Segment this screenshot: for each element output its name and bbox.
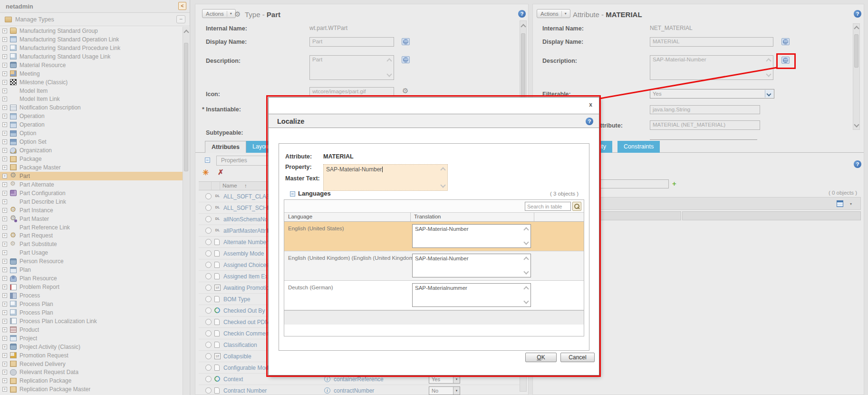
type-actions-button[interactable]: Actions ▾ bbox=[202, 9, 236, 18]
expand-icon[interactable]: + bbox=[2, 37, 7, 42]
help-icon[interactable]: ? bbox=[854, 10, 861, 18]
localize-description-icon[interactable] bbox=[781, 57, 790, 64]
collapse-section-icon[interactable]: − bbox=[290, 191, 295, 197]
expand-icon[interactable]: + bbox=[2, 327, 7, 332]
scroll-up-icon[interactable] bbox=[523, 227, 529, 232]
scrollbar-thumb[interactable] bbox=[854, 34, 858, 68]
sidebar-item-process[interactable]: +Process bbox=[0, 291, 183, 300]
sidebar-item-manufacturing-standard-operation-link[interactable]: +Manufacturing Standard Operation Link bbox=[0, 35, 183, 44]
expand-icon[interactable]: + bbox=[2, 293, 7, 298]
sidebar-item-part-master[interactable]: +Part Master bbox=[0, 215, 183, 223]
expand-icon[interactable]: + bbox=[2, 122, 7, 127]
attribute-name-link[interactable]: Alternate Number bbox=[223, 239, 268, 246]
expand-icon[interactable]: + bbox=[2, 191, 7, 196]
help-icon[interactable]: ? bbox=[518, 10, 526, 18]
table-row[interactable]: Contract NumbericontractNumberNo▾ bbox=[199, 385, 525, 395]
scroll-up-icon[interactable] bbox=[183, 30, 189, 35]
help-icon[interactable]: ? bbox=[854, 160, 861, 168]
sidebar-item-operation[interactable]: +Operation bbox=[0, 120, 183, 129]
expand-icon[interactable]: + bbox=[2, 182, 7, 187]
search-input[interactable] bbox=[525, 202, 571, 211]
sidebar-item-replication-package-master[interactable]: +Replication Package Master bbox=[0, 385, 183, 394]
sidebar-item-model-item-link[interactable]: +Model Item Link bbox=[0, 95, 183, 104]
tab-attributes[interactable]: Attributes bbox=[205, 141, 246, 153]
collapse-section-icon[interactable]: − bbox=[205, 158, 210, 163]
expand-icon[interactable]: + bbox=[2, 63, 7, 68]
attribute-name-link[interactable]: Classification bbox=[223, 342, 257, 348]
attribute-name-link[interactable]: Checkin Comment bbox=[223, 330, 270, 337]
radio-button[interactable] bbox=[205, 376, 212, 382]
attribute-internal-name-link[interactable]: containerReference bbox=[334, 376, 384, 383]
sort-ascending-icon[interactable]: ↑ bbox=[244, 183, 247, 188]
sidebar-item-option-set[interactable]: +Option Set bbox=[0, 138, 183, 146]
scroll-up-icon[interactable] bbox=[766, 58, 771, 63]
expand-icon[interactable]: + bbox=[2, 250, 7, 255]
expand-icon[interactable]: + bbox=[2, 217, 7, 221]
expand-icon[interactable]: + bbox=[2, 165, 7, 170]
sidebar-item-part-usage[interactable]: +Part Usage bbox=[0, 248, 183, 257]
display-name-field[interactable]: Part bbox=[309, 37, 394, 47]
scroll-down-icon[interactable] bbox=[854, 122, 859, 127]
sidebar-item-part-request[interactable]: +Part Request bbox=[0, 232, 183, 240]
new-attribute-icon[interactable]: ✳ bbox=[203, 168, 209, 177]
expand-icon[interactable]: + bbox=[2, 242, 7, 247]
scrollbar-thumb[interactable] bbox=[184, 43, 188, 171]
sidebar-item-milestone-classic-[interactable]: +Milestone (Classic) bbox=[0, 78, 183, 87]
expand-icon[interactable]: + bbox=[2, 157, 7, 161]
attribute-internal-name-link[interactable]: contractNumber bbox=[334, 387, 374, 394]
translation-field[interactable]: SAP-Material-Number bbox=[412, 224, 531, 248]
localize-icon[interactable] bbox=[781, 38, 790, 45]
scroll-down-icon[interactable] bbox=[523, 239, 529, 245]
name-column-header[interactable]: Name bbox=[222, 183, 237, 188]
sidebar-item-meeting[interactable]: +Meeting bbox=[0, 69, 183, 78]
expand-icon[interactable]: + bbox=[2, 80, 7, 85]
language-row[interactable]: English (United Kingdom) (English (Unite… bbox=[284, 251, 584, 281]
sidebar-item-option[interactable]: +Option bbox=[0, 129, 183, 138]
attribute-name-link[interactable]: Assigned Item Exp bbox=[223, 273, 271, 280]
value-select[interactable]: Yes▾ bbox=[429, 375, 460, 384]
sidebar-item-manufacturing-standard-usage-link[interactable]: +Manufacturing Standard Usage Link bbox=[0, 52, 183, 61]
expand-icon[interactable]: + bbox=[2, 353, 7, 358]
sidebar-item-part-describe-link[interactable]: +Part Describe Link bbox=[0, 198, 183, 206]
table-view-icon[interactable] bbox=[837, 200, 843, 207]
attribute-name-link[interactable]: Configurable Mod bbox=[223, 365, 269, 371]
reusable-attribute-field[interactable]: MATERIAL (NET_MATERIAL) bbox=[650, 120, 760, 130]
help-icon[interactable]: ? bbox=[586, 118, 593, 125]
expand-icon[interactable]: + bbox=[2, 319, 7, 324]
attribute-actions-button[interactable]: Actions ▾ bbox=[537, 9, 570, 18]
expand-icon[interactable]: + bbox=[2, 105, 7, 110]
filterable-select[interactable]: Yes bbox=[650, 89, 774, 99]
expand-icon[interactable]: + bbox=[2, 208, 7, 213]
radio-button[interactable] bbox=[205, 262, 212, 268]
radio-button[interactable] bbox=[205, 342, 212, 348]
language-row[interactable]: Deutsch (German)SAP-Materialnummer bbox=[284, 281, 584, 310]
attribute-name-link[interactable]: Contract Number bbox=[223, 387, 267, 394]
attribute-name-link[interactable]: Collapsible bbox=[223, 353, 251, 360]
localize-icon[interactable] bbox=[402, 56, 410, 63]
add-icon[interactable]: + bbox=[672, 179, 676, 188]
sidebar-item-material-resource[interactable]: +Material Resource bbox=[0, 61, 183, 69]
radio-button[interactable] bbox=[205, 250, 212, 257]
radio-button[interactable] bbox=[205, 296, 212, 302]
expand-icon[interactable]: + bbox=[2, 114, 7, 118]
expand-icon[interactable]: + bbox=[2, 174, 7, 178]
gear-icon[interactable]: ⚙ bbox=[402, 87, 408, 95]
scroll-down-icon[interactable] bbox=[523, 298, 529, 304]
sidebar-item-promotion-request[interactable]: +Promotion Request bbox=[0, 351, 183, 360]
scroll-up-icon[interactable] bbox=[523, 286, 529, 291]
sidebar-item-project-activity-classic-[interactable]: +Project Activity (Classic) bbox=[0, 343, 183, 351]
scroll-down-icon[interactable] bbox=[766, 71, 771, 77]
sidebar-item-part[interactable]: +Part bbox=[0, 172, 183, 180]
tab-constraints[interactable]: Constraints bbox=[617, 141, 660, 153]
expand-icon[interactable]: + bbox=[2, 139, 7, 144]
sidebar-item-replication-package[interactable]: +Replication Package bbox=[0, 376, 183, 385]
radio-button[interactable] bbox=[205, 307, 212, 314]
delete-attribute-icon[interactable]: ✗ bbox=[218, 168, 224, 177]
sidebar-item-problem-report[interactable]: +Problem Report bbox=[0, 283, 183, 291]
translation-field[interactable]: SAP-Material-Number bbox=[412, 254, 531, 277]
radio-button[interactable] bbox=[205, 330, 212, 336]
attribute-name-link[interactable]: Context bbox=[223, 376, 243, 383]
chevron-down-icon[interactable] bbox=[765, 90, 773, 98]
radio-button[interactable] bbox=[205, 285, 212, 291]
attribute-name-link[interactable]: allNonSchemaNor bbox=[223, 216, 270, 223]
